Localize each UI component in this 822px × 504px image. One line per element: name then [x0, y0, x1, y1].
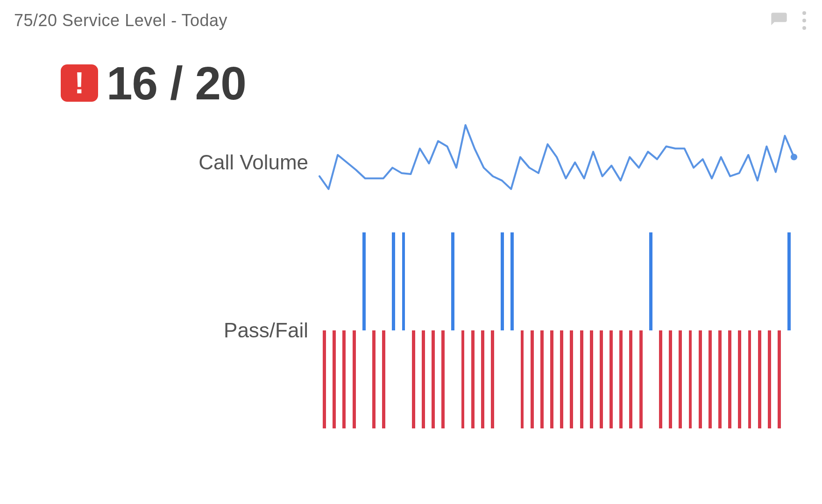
service-level-widget: 75/20 Service Level - Today ! 16 / 20 Ca…	[0, 0, 822, 504]
fail-bar	[410, 232, 418, 428]
fail-bar	[528, 232, 536, 428]
fail-bar	[666, 232, 674, 428]
fail-bar	[756, 232, 764, 428]
fail-bar	[676, 232, 684, 428]
widget-title: 75/20 Service Level - Today	[14, 11, 227, 30]
fail-bar	[686, 232, 694, 428]
fail-bar	[726, 232, 734, 428]
fail-bar	[439, 232, 447, 428]
fail-bar	[716, 232, 724, 428]
fail-bar	[736, 232, 744, 428]
fail-bar	[706, 232, 714, 428]
pass-bar	[390, 232, 397, 428]
svg-point-0	[791, 154, 797, 161]
pass-bar	[360, 232, 368, 428]
fail-bar	[489, 232, 496, 428]
pass-bar	[508, 232, 516, 428]
pass-bar	[647, 232, 655, 428]
fail-bar	[538, 232, 546, 428]
metric-value: 16 / 20	[106, 60, 246, 106]
fail-bar	[745, 232, 753, 428]
fail-bar	[558, 232, 566, 428]
fail-bar	[597, 232, 605, 428]
fail-bar	[617, 232, 625, 428]
fail-bar	[419, 232, 427, 428]
pass-bar	[399, 232, 407, 428]
fail-bar	[330, 232, 338, 428]
fail-bar	[320, 232, 328, 428]
fail-bar	[370, 232, 378, 428]
pass-bar	[449, 232, 457, 428]
pass-fail-chart	[319, 232, 794, 428]
fail-bar	[765, 232, 773, 428]
comment-icon[interactable]	[770, 11, 788, 30]
call-volume-row: Call Volume	[14, 125, 794, 200]
pass-bar	[785, 232, 793, 428]
fail-bar	[469, 232, 477, 428]
metric-summary: ! 16 / 20	[61, 60, 808, 106]
alert-icon: !	[61, 64, 98, 102]
fail-bar	[567, 232, 575, 428]
more-options-icon[interactable]	[801, 9, 808, 32]
fail-bar	[607, 232, 615, 428]
fail-bar	[577, 232, 585, 428]
widget-actions	[770, 9, 808, 32]
fail-bar	[548, 232, 556, 428]
pass-bar	[498, 232, 506, 428]
fail-bar	[340, 232, 348, 428]
fail-bar	[459, 232, 467, 428]
fail-bar	[627, 232, 635, 428]
fail-bar	[350, 232, 358, 428]
fail-bar	[518, 232, 526, 428]
pass-fail-label: Pass/Fail	[14, 319, 319, 342]
pass-fail-row: Pass/Fail	[14, 232, 794, 428]
call-volume-label: Call Volume	[14, 151, 319, 174]
fail-bar	[637, 232, 645, 428]
fail-bar	[657, 232, 665, 428]
fail-bar	[775, 232, 783, 428]
fail-bar	[429, 232, 437, 428]
fail-bar	[479, 232, 487, 428]
fail-bar	[696, 232, 704, 428]
call-volume-chart	[319, 125, 794, 200]
widget-header: 75/20 Service Level - Today	[14, 9, 808, 32]
fail-bar	[380, 232, 388, 428]
fail-bar	[588, 232, 595, 428]
